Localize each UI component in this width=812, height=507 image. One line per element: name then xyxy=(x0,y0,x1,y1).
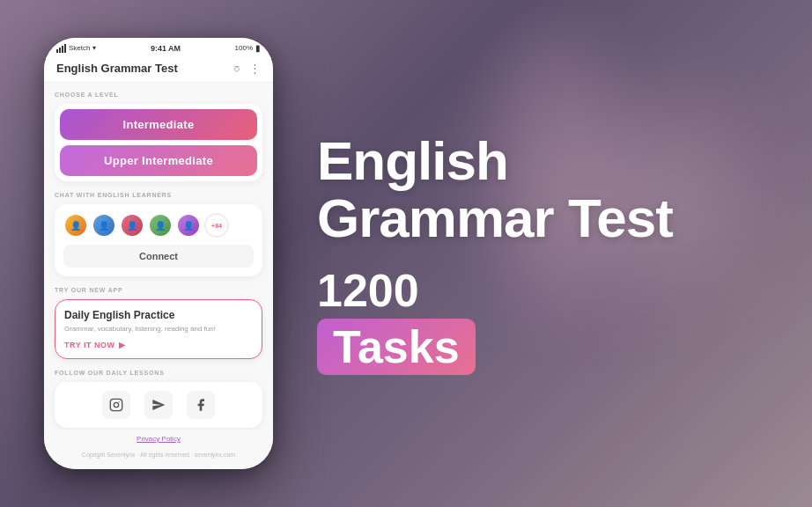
status-time: 9:41 AM xyxy=(151,44,181,53)
header-icons: ⎏ ⋮ xyxy=(233,62,261,75)
right-content: English Grammar Test 1200 Tasks xyxy=(273,97,812,410)
tasks-badge: Tasks xyxy=(317,319,476,375)
try-app-label: TRY OUR NEW APP xyxy=(55,287,262,293)
upper-intermediate-button[interactable]: Upper Intermediate xyxy=(60,145,257,176)
status-right: 100% ▮ xyxy=(235,43,261,53)
app-header: English Grammar Test ⎏ ⋮ xyxy=(44,56,273,83)
avatar-4: 👤 xyxy=(148,213,173,238)
avatar-1: 👤 xyxy=(63,213,88,238)
try-app-section: TRY OUR NEW APP Daily English Practice G… xyxy=(55,287,262,359)
status-bar: Sketch ▾ 9:41 AM 100% ▮ xyxy=(44,38,273,56)
status-left: Sketch ▾ xyxy=(56,44,96,53)
play-icon: ▶ xyxy=(119,341,126,349)
battery-label: 100% xyxy=(235,44,253,52)
svg-rect-0 xyxy=(110,400,122,411)
carrier-label: Sketch xyxy=(69,44,90,52)
title-line-1: English xyxy=(317,132,673,189)
avatar-more: +84 xyxy=(204,213,229,238)
telegram-icon[interactable] xyxy=(144,391,173,419)
try-app-card: Daily English Practice Grammar, vocabula… xyxy=(55,299,262,359)
intermediate-button[interactable]: Intermediate xyxy=(60,109,257,140)
tasks-label: Tasks xyxy=(333,321,460,372)
battery-icon: ▮ xyxy=(255,43,261,53)
level-section: CHOOSE A LEVEL Intermediate Upper Interm… xyxy=(55,92,262,181)
avatar-count: +84 xyxy=(211,223,222,229)
tasks-number: 1200 xyxy=(317,268,419,313)
avatar-2: 👤 xyxy=(92,213,116,238)
try-app-title: Daily English Practice xyxy=(64,309,253,321)
follow-card xyxy=(55,382,262,428)
avatar-5: 👤 xyxy=(176,213,201,238)
level-card: Intermediate Upper Intermediate xyxy=(55,104,262,181)
app-title: English Grammar Test xyxy=(56,62,178,75)
svg-point-2 xyxy=(119,401,120,402)
main-title: English Grammar Test xyxy=(317,132,673,246)
chat-section: CHAT WITH ENGLISH LEARNERS 👤 👤 👤 xyxy=(55,192,262,276)
copyright-text: Copright Sevenlynx · All rights reserved… xyxy=(82,452,235,458)
level-section-label: CHOOSE A LEVEL xyxy=(55,92,262,98)
phone-screen: Sketch ▾ 9:41 AM 100% ▮ English Grammar … xyxy=(44,38,273,469)
try-it-now-button[interactable]: TRY IT NOW ▶ xyxy=(64,341,125,349)
chat-section-label: CHAT WITH ENGLISH LEARNERS xyxy=(55,192,262,198)
follow-label: FOLLOW OUR DAILY LESSONS xyxy=(55,370,262,376)
svg-point-1 xyxy=(114,403,118,408)
tasks-combo: 1200 Tasks xyxy=(317,268,476,375)
chat-card: 👤 👤 👤 👤 👤 xyxy=(55,204,262,276)
phone-footer: Privacy Policy Copright Sevenlynx · All … xyxy=(44,430,273,469)
signal-icon xyxy=(56,44,66,53)
social-icons-row xyxy=(63,391,254,419)
try-app-desc: Grammar, vocabulary, listening, reading … xyxy=(64,324,253,334)
avatars-row: 👤 👤 👤 👤 👤 xyxy=(63,213,254,238)
title-line-2: Grammar Test xyxy=(317,189,673,246)
number-line: 1200 xyxy=(317,268,476,313)
privacy-link[interactable]: Privacy Policy xyxy=(55,435,262,443)
instagram-icon[interactable] xyxy=(102,391,130,419)
wifi-icon: ▾ xyxy=(92,44,96,52)
avatar-3: 👤 xyxy=(120,213,144,238)
share-icon[interactable]: ⎏ xyxy=(233,62,240,75)
more-icon[interactable]: ⋮ xyxy=(249,62,261,75)
follow-section: FOLLOW OUR DAILY LESSONS xyxy=(55,370,262,428)
phone-content: CHOOSE A LEVEL Intermediate Upper Interm… xyxy=(44,83,273,430)
facebook-icon[interactable] xyxy=(187,391,215,419)
phone-mockup: Sketch ▾ 9:41 AM 100% ▮ English Grammar … xyxy=(44,38,273,469)
tasks-line: Tasks xyxy=(317,319,476,375)
try-cta-label: TRY IT NOW xyxy=(64,341,115,349)
connect-button[interactable]: Connect xyxy=(63,245,254,268)
